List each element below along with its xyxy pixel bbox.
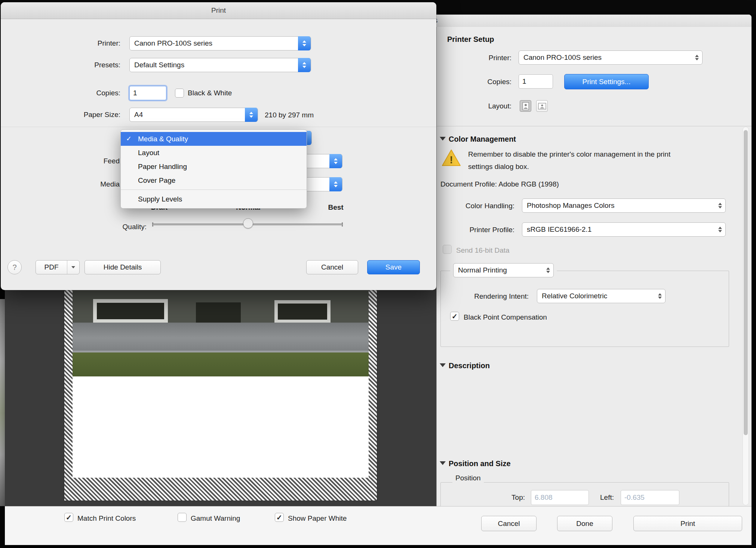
gamut-warning-label: Gamut Warning (191, 514, 240, 523)
print-settings-button[interactable]: Print Settings... (564, 74, 649, 89)
quality-slider-thumb[interactable] (243, 218, 253, 228)
pdf-button[interactable]: PDF (36, 260, 80, 274)
check-icon: ✓ (66, 513, 72, 522)
gamut-warning-checkbox[interactable] (178, 513, 187, 522)
layout-portrait-button[interactable] (520, 100, 531, 112)
warning-icon: ! (441, 149, 461, 167)
position-size-disclosure-icon[interactable] (440, 461, 446, 465)
ps-printer-select[interactable]: Canon PRO-100S series (519, 50, 703, 65)
color-handling-label: Color Handling: (437, 201, 514, 211)
scrollbar-thumb[interactable] (744, 130, 748, 435)
ps-print-button[interactable]: Print (633, 516, 742, 531)
printer-label: Printer: (31, 39, 120, 48)
description-heading[interactable]: Description (449, 361, 490, 370)
background-photo-strip (0, 299, 5, 506)
ps-printer-value: Canon PRO-100S series (523, 51, 602, 64)
save-button[interactable]: Save (367, 260, 420, 274)
copies-input[interactable] (129, 86, 166, 100)
color-handling-value: Photoshop Manages Colors (527, 199, 614, 212)
feed-label: Feed (30, 156, 120, 166)
paper-size-select[interactable]: A4 (129, 108, 258, 122)
help-button[interactable]: ? (7, 260, 22, 274)
presets-label: Presets: (31, 60, 120, 70)
position-left-input[interactable] (621, 490, 679, 505)
photo-window (196, 302, 241, 323)
normal-printing-value: Normal Printing (458, 264, 507, 277)
screen: Photoshop Print Settings (0, 0, 756, 548)
normal-printing-select[interactable]: Normal Printing (453, 263, 554, 277)
black-point-label: Black Point Compensation (464, 313, 547, 322)
paper-size-value: A4 (134, 108, 143, 121)
ps-copies-input[interactable] (519, 74, 553, 89)
color-management-heading[interactable]: Color Management (449, 135, 516, 144)
cancel-button[interactable]: Cancel (306, 260, 358, 274)
photo-grass (73, 351, 369, 376)
check-icon: ✓ (276, 513, 282, 522)
position-top-label: Top: (489, 493, 525, 502)
svg-text:!: ! (450, 154, 453, 166)
send-16bit-label: Send 16-bit Data (456, 246, 510, 255)
print-dialog: Print Printer: Canon PRO-100S series Pre… (1, 2, 436, 290)
warning-text: Remember to disable the printer's color … (468, 148, 677, 173)
menu-item-media-quality[interactable]: ✓ Media & Quality (121, 132, 307, 146)
quality-tick-best: Best (313, 203, 358, 212)
show-paper-white-label: Show Paper White (288, 514, 347, 523)
black-point-checkbox[interactable]: ✓ (450, 312, 459, 321)
printer-select[interactable]: Canon PRO-100S series (129, 36, 311, 50)
menu-item-supply-levels[interactable]: Supply Levels (121, 192, 307, 206)
description-disclosure-icon[interactable] (440, 363, 446, 367)
print-dialog-titlebar: Print (1, 2, 436, 19)
ps-copies-label: Copies: (444, 77, 511, 87)
menu-item-label: Media & Quality (138, 135, 188, 143)
pdf-menu-chevron[interactable] (67, 261, 79, 274)
ps-cancel-button[interactable]: Cancel (481, 516, 537, 531)
photo-window (274, 300, 331, 323)
help-icon: ? (12, 263, 16, 272)
scrollbar[interactable] (743, 127, 749, 505)
color-handling-select[interactable]: Photoshop Manages Colors (522, 198, 726, 213)
menu-item-label: Layout (138, 149, 159, 157)
black-white-checkbox[interactable] (175, 89, 184, 98)
color-management-disclosure-icon[interactable] (440, 137, 446, 141)
printer-profile-select[interactable]: sRGB IEC61966-2.1 (522, 222, 726, 237)
stepper-icon (658, 293, 662, 299)
position-size-heading[interactable]: Position and Size (449, 459, 511, 468)
layout-landscape-button[interactable] (536, 100, 548, 112)
menu-item-cover-page[interactable]: Cover Page (121, 173, 307, 187)
rendering-intent-select[interactable]: Relative Colorimetric (537, 289, 666, 303)
check-icon: ✓ (452, 312, 458, 321)
stepper-icon (329, 154, 342, 168)
match-print-colors-label: Match Print Colors (77, 514, 136, 523)
paper-size-label: Paper Size: (31, 110, 120, 120)
printer-profile-label: Printer Profile: (437, 225, 514, 235)
photo-window (93, 299, 168, 323)
copies-label: Copies: (31, 88, 120, 98)
check-icon: ✓ (126, 132, 135, 146)
menu-item-layout[interactable]: Layout (121, 146, 307, 160)
margin-hatch-bottom (64, 478, 377, 501)
paper-size-info: 210 by 297 mm (265, 110, 314, 120)
presets-value: Default Settings (134, 58, 184, 72)
printing-mode-groupbox (440, 271, 729, 347)
landscape-orientation-icon (538, 103, 546, 110)
portrait-orientation-icon (522, 102, 529, 110)
ps-done-button[interactable]: Done (557, 516, 612, 531)
match-print-colors-checkbox[interactable]: ✓ (64, 513, 73, 522)
show-paper-white-checkbox[interactable]: ✓ (275, 513, 284, 522)
send-16bit-checkbox[interactable] (443, 245, 452, 254)
dialog-footer: ✓ Match Print Colors Gamut Warning ✓ Sho… (5, 506, 752, 545)
menu-separator (121, 190, 307, 190)
menu-item-label: Supply Levels (138, 195, 182, 203)
menu-item-paper-handling[interactable]: Paper Handling (121, 160, 307, 173)
settings-pane: Printer Setup Printer: Canon PRO-100S se… (436, 27, 752, 506)
stepper-icon (298, 58, 311, 72)
ps-layout-label: Layout: (444, 101, 511, 111)
stepper-icon (298, 36, 311, 50)
presets-select[interactable]: Default Settings (129, 58, 311, 72)
printer-value: Canon PRO-100S series (134, 37, 212, 50)
ps-printer-label: Printer: (444, 53, 511, 63)
document-profile-text: Document Profile: Adobe RGB (1998) (440, 179, 559, 189)
quality-slider[interactable] (150, 215, 345, 232)
quality-label: Quality: (57, 222, 147, 232)
hide-details-button[interactable]: Hide Details (84, 260, 161, 274)
